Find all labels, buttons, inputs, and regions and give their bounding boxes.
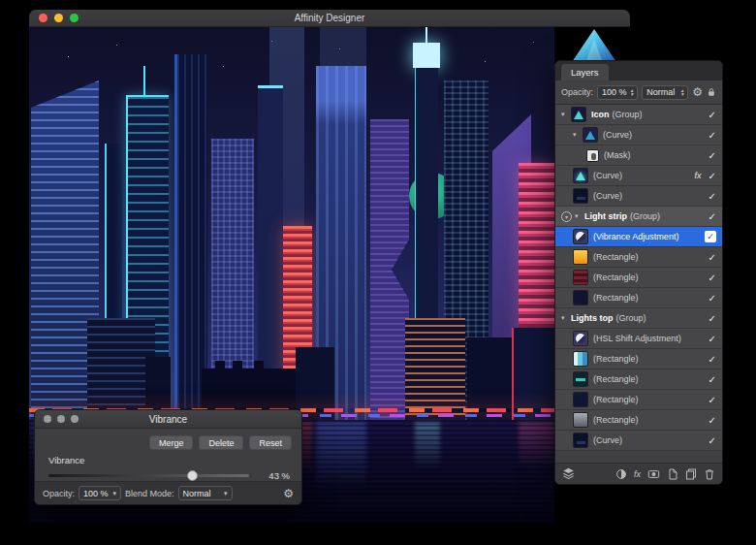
layer-row-curve[interactable]: (Curve) ✓ <box>555 431 722 451</box>
vibrance-dialog: Vibrance Merge Delete Reset Vibrance 43 … <box>34 409 302 505</box>
visibility-check-icon[interactable]: ✓ <box>709 435 716 446</box>
visibility-check-icon[interactable]: ✓ <box>709 130 716 141</box>
stars <box>29 27 30 28</box>
adjustment-icon[interactable] <box>615 468 627 480</box>
fx-icon[interactable]: fx <box>634 469 641 479</box>
opacity-dropdown[interactable]: 100 % ▾ <box>79 486 121 500</box>
gear-icon[interactable]: ⚙ <box>283 488 294 499</box>
layer-row-rectangle[interactable]: (Rectangle) ✓ <box>555 288 722 308</box>
desktop: Affinity Designer <box>0 0 756 545</box>
duplicate-icon[interactable] <box>685 468 697 480</box>
visibility-check-icon[interactable]: ✓ <box>709 374 716 385</box>
layers-panel: Layers Opacity: 100 % ▴▾ Normal ▴▾ ⚙ ▾ I… <box>554 60 723 485</box>
layer-label: (HSL Shift Adjustment) <box>593 334 709 343</box>
vibrance-slider-label: Vibrance <box>48 455 301 465</box>
layer-row-rectangle[interactable]: (Rectangle) ✓ <box>555 390 722 410</box>
layer-row-lights-top-group[interactable]: ▾ Lights top(Group) ✓ <box>555 308 722 329</box>
layer-thumbnail <box>573 392 588 407</box>
delete-button[interactable]: Delete <box>199 435 243 450</box>
layer-row-curve[interactable]: ▾ (Curve) ✓ <box>555 125 722 145</box>
disclosure-icon[interactable]: ▾ <box>575 212 584 220</box>
layer-row-curve[interactable]: (Curve) ✓ <box>555 186 722 207</box>
building-cap <box>413 43 440 68</box>
layer-thumbnail <box>586 149 599 162</box>
layer-row-rectangle[interactable]: (Rectangle) ✓ <box>555 268 722 288</box>
blend-mode-label: Blend Mode: <box>125 489 174 498</box>
visibility-check-icon[interactable]: ✓ <box>709 415 716 426</box>
visibility-check-icon[interactable]: ✓ <box>709 395 716 405</box>
layers-controls: Opacity: 100 % ▴▾ Normal ▴▾ ⚙ <box>555 80 722 105</box>
visibility-check-icon[interactable]: ✓ <box>709 334 716 344</box>
layer-label: (Rectangle) <box>593 374 709 384</box>
visibility-check-icon[interactable]: ✓ <box>709 252 716 263</box>
layer-row-vibrance-adjustment[interactable]: (Vibrance Adjustment) ✓ <box>555 227 722 247</box>
visibility-check-icon[interactable]: ✓ <box>709 272 716 283</box>
layer-label: (Rectangle) <box>593 415 709 425</box>
layer-label: Lights top(Group) <box>571 313 709 323</box>
layers-list: ▾ Icon(Group) ✓ ▾ (Curve) ✓ (Mask) ✓ (Cu… <box>555 105 722 463</box>
stepper-icon: ▴▾ <box>681 88 684 96</box>
layer-row-curve-fx[interactable]: (Curve) fx ✓ <box>555 166 722 186</box>
layers-panel-toolbar: fx <box>555 463 722 484</box>
visibility-check-icon[interactable]: ✓ <box>709 293 716 304</box>
opacity-value: 100 % <box>83 489 109 498</box>
opacity-dropdown[interactable]: 100 % ▴▾ <box>597 85 638 100</box>
layer-label: Icon(Group) <box>591 110 709 119</box>
layer-thumbnail <box>583 127 598 143</box>
layer-thumbnail <box>571 107 586 122</box>
disclosure-icon[interactable]: ▾ <box>561 111 571 118</box>
visibility-check-icon[interactable]: ✓ <box>709 211 716 222</box>
building <box>512 328 554 420</box>
layer-label: (Rectangle) <box>593 395 709 404</box>
visibility-check-icon[interactable]: ✓ <box>709 191 716 202</box>
layer-row-light-strip-group[interactable]: ▾ ▾ Light strip(Group) ✓ <box>555 207 722 227</box>
fx-icon[interactable]: fx <box>695 171 702 180</box>
new-layer-icon[interactable] <box>667 468 678 480</box>
building <box>405 318 465 420</box>
slider-thumb[interactable] <box>187 470 198 481</box>
layer-row-rectangle[interactable]: (Rectangle) ✓ <box>555 410 722 431</box>
layer-row-hsl-adjustment[interactable]: (HSL Shift Adjustment) ✓ <box>555 329 722 349</box>
visibility-check-icon[interactable]: ✓ <box>709 110 716 120</box>
slider-track[interactable] <box>48 474 249 477</box>
dialog-titlebar[interactable]: Vibrance <box>35 410 301 429</box>
building <box>174 54 207 420</box>
window-title: Affinity Designer <box>29 13 630 23</box>
layer-thumbnail <box>573 290 588 305</box>
layer-label: Light strip(Group) <box>584 211 709 221</box>
mask-icon[interactable] <box>647 468 660 480</box>
visibility-check-icon[interactable]: ✓ <box>709 354 716 365</box>
tab-layers[interactable]: Layers <box>561 64 609 80</box>
disclosure-icon[interactable]: ▾ <box>573 131 583 139</box>
layer-row-rectangle[interactable]: (Rectangle) ✓ <box>555 349 722 369</box>
visibility-check-icon[interactable]: ✓ <box>705 231 716 242</box>
layer-row-icon-group[interactable]: ▾ Icon(Group) ✓ <box>555 105 722 125</box>
layer-row-mask[interactable]: (Mask) ✓ <box>555 145 722 166</box>
stepper-icon: ▴▾ <box>631 88 634 96</box>
blend-mode-dropdown[interactable]: Normal ▾ <box>178 486 233 500</box>
gear-icon[interactable]: ⚙ <box>692 86 703 98</box>
dropdown-icon: ▾ <box>224 490 228 497</box>
dropdown-icon: ▾ <box>113 490 117 497</box>
blend-mode-dropdown[interactable]: Normal ▴▾ <box>642 85 688 100</box>
layer-label: (Rectangle) <box>593 354 709 364</box>
layer-stack-icon[interactable] <box>562 467 575 480</box>
antenna <box>425 27 427 43</box>
layer-row-rectangle[interactable]: (Rectangle) ✓ <box>555 369 722 390</box>
edit-inside-icon[interactable]: ▾ <box>561 211 572 222</box>
layer-thumbnail <box>573 188 588 204</box>
layer-thumbnail <box>573 412 588 428</box>
layer-thumbnail <box>573 331 588 346</box>
merge-button[interactable]: Merge <box>149 435 194 450</box>
opacity-label: Opacity: <box>561 87 593 97</box>
visibility-check-icon[interactable]: ✓ <box>709 171 716 181</box>
dialog-bottom-bar: Opacity: 100 % ▾ Blend Mode: Normal ▾ ⚙ <box>35 481 301 504</box>
visibility-check-icon[interactable]: ✓ <box>709 150 716 161</box>
reset-button[interactable]: Reset <box>249 435 292 450</box>
lock-icon[interactable] <box>707 86 716 98</box>
visibility-check-icon[interactable]: ✓ <box>709 313 716 324</box>
trash-icon[interactable] <box>704 468 715 480</box>
window-titlebar[interactable]: Affinity Designer <box>29 10 630 27</box>
layer-row-rectangle[interactable]: (Rectangle) ✓ <box>555 247 722 268</box>
disclosure-icon[interactable]: ▾ <box>561 314 571 322</box>
